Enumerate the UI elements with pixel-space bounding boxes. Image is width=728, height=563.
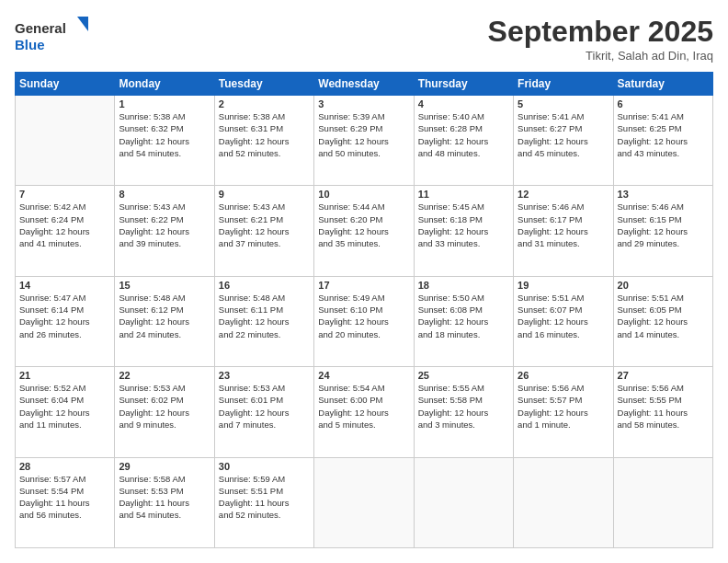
day-info: Sunrise: 5:53 AMSunset: 6:01 PMDaylight:…	[219, 382, 310, 431]
weekday-header: Tuesday	[214, 73, 313, 96]
day-number: 25	[418, 370, 509, 381]
calendar-cell: 12Sunrise: 5:46 AMSunset: 6:17 PMDayligh…	[514, 186, 613, 276]
weekday-header: Wednesday	[314, 73, 414, 96]
day-number: 30	[219, 461, 310, 472]
calendar-cell: 17Sunrise: 5:49 AMSunset: 6:10 PMDayligh…	[314, 276, 414, 366]
calendar-cell: 5Sunrise: 5:41 AMSunset: 6:27 PMDaylight…	[514, 96, 613, 186]
weekday-header: Thursday	[414, 73, 513, 96]
calendar-cell: 27Sunrise: 5:56 AMSunset: 5:55 PMDayligh…	[613, 367, 712, 457]
calendar-cell	[514, 457, 613, 547]
day-info: Sunrise: 5:48 AMSunset: 6:12 PMDaylight:…	[119, 292, 210, 340]
day-info: Sunrise: 5:44 AMSunset: 6:20 PMDaylight:…	[318, 201, 409, 249]
day-info: Sunrise: 5:51 AMSunset: 6:07 PMDaylight:…	[518, 292, 609, 340]
svg-marker-2	[77, 17, 88, 31]
calendar-cell: 28Sunrise: 5:57 AMSunset: 5:54 PMDayligh…	[16, 457, 115, 547]
calendar-week-row: 1Sunrise: 5:38 AMSunset: 6:32 PMDaylight…	[16, 96, 713, 186]
calendar-cell: 3Sunrise: 5:39 AMSunset: 6:29 PMDaylight…	[314, 96, 414, 186]
day-number: 26	[518, 370, 609, 381]
day-number: 11	[418, 189, 509, 200]
calendar-cell	[314, 457, 414, 547]
calendar-cell: 24Sunrise: 5:54 AMSunset: 6:00 PMDayligh…	[314, 367, 414, 457]
calendar-cell: 23Sunrise: 5:53 AMSunset: 6:01 PMDayligh…	[214, 367, 313, 457]
day-info: Sunrise: 5:57 AMSunset: 5:54 PMDaylight:…	[19, 473, 110, 522]
day-number: 3	[318, 98, 409, 109]
day-info: Sunrise: 5:47 AMSunset: 6:14 PMDaylight:…	[19, 292, 110, 340]
day-info: Sunrise: 5:43 AMSunset: 6:22 PMDaylight:…	[119, 201, 210, 249]
calendar-cell: 29Sunrise: 5:58 AMSunset: 5:53 PMDayligh…	[115, 457, 214, 547]
day-number: 24	[318, 370, 409, 381]
header: General Blue September 2025 Tikrit, Sala…	[15, 15, 713, 63]
day-info: Sunrise: 5:59 AMSunset: 5:51 PMDaylight:…	[219, 473, 310, 522]
weekday-header: Sunday	[16, 73, 115, 96]
weekday-header: Friday	[514, 73, 613, 96]
day-info: Sunrise: 5:41 AMSunset: 6:27 PMDaylight:…	[518, 110, 609, 159]
calendar-table: SundayMondayTuesdayWednesdayThursdayFrid…	[15, 72, 713, 548]
calendar-cell: 19Sunrise: 5:51 AMSunset: 6:07 PMDayligh…	[514, 276, 613, 366]
calendar-cell: 18Sunrise: 5:50 AMSunset: 6:08 PMDayligh…	[414, 276, 513, 366]
day-info: Sunrise: 5:51 AMSunset: 6:05 PMDaylight:…	[618, 292, 709, 340]
day-info: Sunrise: 5:58 AMSunset: 5:53 PMDaylight:…	[119, 473, 210, 522]
month-title: September 2025	[488, 15, 713, 49]
calendar-week-row: 7Sunrise: 5:42 AMSunset: 6:24 PMDaylight…	[16, 186, 713, 276]
title-block: September 2025 Tikrit, Salah ad Din, Ira…	[488, 15, 713, 63]
day-info: Sunrise: 5:56 AMSunset: 5:55 PMDaylight:…	[618, 382, 709, 431]
day-info: Sunrise: 5:54 AMSunset: 6:00 PMDaylight:…	[318, 382, 409, 431]
day-number: 2	[219, 98, 310, 109]
day-number: 22	[119, 370, 210, 381]
calendar-cell: 10Sunrise: 5:44 AMSunset: 6:20 PMDayligh…	[314, 186, 414, 276]
svg-text:Blue: Blue	[15, 37, 45, 52]
calendar-cell: 25Sunrise: 5:55 AMSunset: 5:58 PMDayligh…	[414, 367, 513, 457]
day-number: 8	[119, 189, 210, 200]
calendar-week-row: 14Sunrise: 5:47 AMSunset: 6:14 PMDayligh…	[16, 276, 713, 366]
weekday-header-row: SundayMondayTuesdayWednesdayThursdayFrid…	[16, 73, 713, 96]
day-info: Sunrise: 5:46 AMSunset: 6:15 PMDaylight:…	[618, 201, 709, 249]
day-number: 18	[418, 280, 509, 291]
day-number: 7	[19, 189, 110, 200]
day-info: Sunrise: 5:49 AMSunset: 6:10 PMDaylight:…	[318, 292, 409, 340]
calendar-cell: 22Sunrise: 5:53 AMSunset: 6:02 PMDayligh…	[115, 367, 214, 457]
day-number: 27	[618, 370, 709, 381]
calendar-week-row: 21Sunrise: 5:52 AMSunset: 6:04 PMDayligh…	[16, 367, 713, 457]
calendar-cell: 8Sunrise: 5:43 AMSunset: 6:22 PMDaylight…	[115, 186, 214, 276]
day-number: 5	[518, 98, 609, 109]
day-info: Sunrise: 5:43 AMSunset: 6:21 PMDaylight:…	[219, 201, 310, 249]
day-info: Sunrise: 5:52 AMSunset: 6:04 PMDaylight:…	[19, 382, 110, 431]
calendar-week-row: 28Sunrise: 5:57 AMSunset: 5:54 PMDayligh…	[16, 457, 713, 547]
location: Tikrit, Salah ad Din, Iraq	[488, 49, 713, 63]
day-number: 12	[518, 189, 609, 200]
logo: General Blue	[15, 15, 88, 55]
day-info: Sunrise: 5:41 AMSunset: 6:25 PMDaylight:…	[618, 110, 709, 159]
svg-text:General: General	[15, 20, 66, 36]
calendar-cell: 11Sunrise: 5:45 AMSunset: 6:18 PMDayligh…	[414, 186, 513, 276]
day-number: 23	[219, 370, 310, 381]
calendar-cell	[16, 96, 115, 186]
day-info: Sunrise: 5:40 AMSunset: 6:28 PMDaylight:…	[418, 110, 509, 159]
calendar-cell: 15Sunrise: 5:48 AMSunset: 6:12 PMDayligh…	[115, 276, 214, 366]
calendar-cell: 14Sunrise: 5:47 AMSunset: 6:14 PMDayligh…	[16, 276, 115, 366]
day-info: Sunrise: 5:42 AMSunset: 6:24 PMDaylight:…	[19, 201, 110, 249]
calendar-cell: 16Sunrise: 5:48 AMSunset: 6:11 PMDayligh…	[214, 276, 313, 366]
day-number: 14	[19, 280, 110, 291]
day-number: 15	[119, 280, 210, 291]
calendar-cell: 6Sunrise: 5:41 AMSunset: 6:25 PMDaylight…	[613, 96, 712, 186]
day-info: Sunrise: 5:48 AMSunset: 6:11 PMDaylight:…	[219, 292, 310, 340]
weekday-header: Monday	[115, 73, 214, 96]
day-info: Sunrise: 5:46 AMSunset: 6:17 PMDaylight:…	[518, 201, 609, 249]
calendar-cell: 9Sunrise: 5:43 AMSunset: 6:21 PMDaylight…	[214, 186, 313, 276]
day-number: 29	[119, 461, 210, 472]
day-info: Sunrise: 5:50 AMSunset: 6:08 PMDaylight:…	[418, 292, 509, 340]
calendar-cell: 4Sunrise: 5:40 AMSunset: 6:28 PMDaylight…	[414, 96, 513, 186]
day-number: 17	[318, 280, 409, 291]
calendar-cell: 2Sunrise: 5:38 AMSunset: 6:31 PMDaylight…	[214, 96, 313, 186]
calendar-cell	[613, 457, 712, 547]
day-number: 9	[219, 189, 310, 200]
calendar-cell: 30Sunrise: 5:59 AMSunset: 5:51 PMDayligh…	[214, 457, 313, 547]
day-number: 16	[219, 280, 310, 291]
calendar-cell: 20Sunrise: 5:51 AMSunset: 6:05 PMDayligh…	[613, 276, 712, 366]
day-number: 21	[19, 370, 110, 381]
calendar-cell: 26Sunrise: 5:56 AMSunset: 5:57 PMDayligh…	[514, 367, 613, 457]
day-number: 19	[518, 280, 609, 291]
calendar-cell: 21Sunrise: 5:52 AMSunset: 6:04 PMDayligh…	[16, 367, 115, 457]
day-number: 28	[19, 461, 110, 472]
day-info: Sunrise: 5:38 AMSunset: 6:31 PMDaylight:…	[219, 110, 310, 159]
